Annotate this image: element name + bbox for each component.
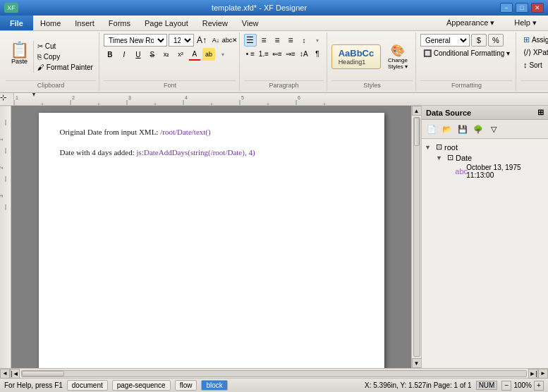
filter-datasource-button[interactable]: ▽ [487,122,501,136]
panel-toolbar: 📄 📂 💾 🌳 ▽ [422,120,548,139]
menu-help[interactable]: Help ▾ [507,18,544,27]
strikethrough-button[interactable]: S [146,48,159,61]
zoom-out-button[interactable]: − [501,381,511,391]
heading1-style-button[interactable]: AaBbCc Heading1 [331,44,381,69]
svg-marker-18 [32,93,35,97]
format-painter-button[interactable]: 🖌 Format Painter [35,62,96,73]
scroll-track[interactable] [413,117,420,357]
font-size-increase-button[interactable]: A↑ [195,34,208,47]
paragraph-label: Paragraph [244,80,324,90]
xpath-button[interactable]: ⟨/⟩ XPath [520,47,548,59]
change-styles-button[interactable]: 🎨 Change Styles ▾ [383,36,413,77]
scroll-page-start-button[interactable]: |◄ [10,369,20,379]
status-tab-flow[interactable]: flow [175,380,197,391]
font-color-button[interactable]: A [188,48,201,61]
status-tab-block[interactable]: block [201,380,227,391]
ribbon-group-font: Times New Roman 12 A↑ A↓ abc✕ B I U S x₂… [101,32,240,91]
scroll-page-end-button[interactable]: ►| [528,369,538,379]
show-para-button[interactable]: ¶ [311,47,324,60]
align-justify-button[interactable]: ≡ [284,34,297,47]
font-more-button[interactable]: ▾ [217,48,229,61]
svg-text:2: 2 [72,95,75,100]
tree-item-date[interactable]: ▼ ⊡ Date [434,152,547,163]
align-left-button[interactable]: ☰ [244,34,257,47]
bold-button[interactable]: B [104,48,116,61]
tree-datasource-button[interactable]: 🌳 [471,122,485,136]
paste-button[interactable]: 📋 Paste [6,41,34,73]
percent-button[interactable]: % [488,34,504,47]
conditional-formatting-button[interactable]: 🔲 Conditional Formatting ▾ [420,48,513,59]
maximize-button[interactable]: □ [516,3,528,13]
num-list-button[interactable]: 1.≡ [257,47,270,60]
clear-format-button[interactable]: abc✕ [224,34,236,47]
svg-text:5: 5 [241,95,244,100]
status-tab-document[interactable]: document [67,380,108,391]
currency-button[interactable]: $ [471,34,487,47]
menu-review[interactable]: Review [195,16,235,30]
status-bar: For Help, press F1 document page-sequenc… [0,378,548,392]
menu-insert[interactable]: Insert [68,16,102,30]
font-label: Font [104,80,236,90]
status-tab-page-sequence[interactable]: page-sequence [112,380,171,391]
menu-page-layout[interactable]: Page Layout [138,16,195,30]
document-scroll-area[interactable]: Original Date from input XML: /root/Date… [11,106,411,368]
scroll-down-button[interactable]: ▼ [412,358,422,368]
align-right-button[interactable]: ≡ [271,34,284,47]
svg-text:6: 6 [298,95,300,100]
menu-home[interactable]: Home [33,16,68,30]
font-size-decrease-button[interactable]: A↓ [209,34,222,47]
scroll-left-button[interactable]: ◄ [0,369,10,379]
tree-item-date-value[interactable]: abc October 13, 1975 11:13:00 [446,163,547,180]
close-button[interactable]: ✕ [531,3,544,13]
minimize-button[interactable]: − [500,3,513,13]
zoom-in-button[interactable]: + [534,381,544,391]
font-face-select[interactable]: Times New Roman [104,34,167,47]
menu-appearance[interactable]: Appearance ▾ [439,18,501,27]
open-datasource-button[interactable]: 📂 [440,122,454,136]
para-more-button[interactable]: ▾ [311,34,324,47]
sort-para-button[interactable]: ↕A [298,47,310,60]
panel-pin-button[interactable]: ⊞ [537,108,544,117]
copy-button[interactable]: ⎘ Copy [35,51,96,62]
highlight-color-button[interactable]: ab [202,48,215,61]
title-bar-title: template.xfd* - XF Designer [18,4,500,12]
underline-button[interactable]: U [132,48,145,61]
number-format-select[interactable]: General [420,34,470,47]
menu-view[interactable]: View [235,16,266,30]
superscript-button[interactable]: x² [174,48,187,61]
font-size-select[interactable]: 12 [169,34,194,47]
scroll-up-button[interactable]: ▲ [412,106,422,116]
sort-button[interactable]: ↕ Sort [520,59,545,71]
save-datasource-button[interactable]: 💾 [456,122,470,136]
menu-file[interactable]: File [0,16,33,30]
document-page: Original Date from input XML: /root/Date… [39,113,384,368]
menu-forms[interactable]: Forms [102,16,138,30]
scroll-right-button[interactable]: ► [538,369,548,379]
data-label: Data [520,80,548,90]
tree-item-root[interactable]: ▼ ⊡ root [423,142,547,152]
ribbon-group-formatting: General $ % 🔲 Conditional Formatting ▾ F… [418,32,516,91]
bullet-list-button[interactable]: • ≡ [244,47,257,60]
indent-dec-button[interactable]: ⇐≡ [271,47,284,60]
align-center-button[interactable]: ≡ [257,34,270,47]
line-spacing-button[interactable]: ↕ [298,34,310,47]
horizontal-ruler: ⊹ 1 2 3 4 5 6 [0,93,548,106]
h-scroll-thumb[interactable] [22,371,64,376]
subscript-button[interactable]: x₂ [160,48,173,61]
tree-arrow-date: ▼ [436,154,444,161]
scroll-thumb[interactable] [414,118,420,146]
h-scroll-track[interactable] [21,370,527,377]
tree-arrow-root: ▼ [425,144,433,151]
ruler-corner[interactable]: ⊹ [0,93,14,106]
indent-inc-button[interactable]: ⇒≡ [284,47,297,60]
title-bar-app-icon: XF [4,3,18,13]
italic-button[interactable]: I [118,48,130,61]
svg-text:3: 3 [128,95,131,100]
zoom-level: 100% [513,381,532,389]
svg-text:2: 2 [0,166,4,169]
svg-text:4: 4 [185,95,188,100]
assign-data-source-button[interactable]: ⊞ Assign Data Source [520,34,548,46]
new-datasource-button[interactable]: 📄 [425,122,439,136]
menu-right: Appearance ▾ Help ▾ [439,16,548,30]
cut-button[interactable]: ✂ Cut [35,41,96,51]
